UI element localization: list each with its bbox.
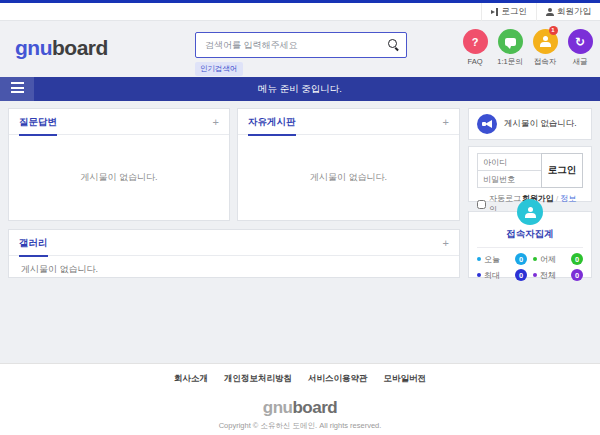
visitor-stats-grid: 오늘 0 어제 0 최대 0 전체 bbox=[469, 248, 591, 281]
free-board-panel: 자유게시판 + 게시물이 없습니다. bbox=[237, 108, 460, 221]
stat-total-value: 0 bbox=[571, 269, 583, 281]
new-posts-label: 새글 bbox=[565, 57, 595, 67]
search-icon bbox=[388, 39, 400, 51]
search-button[interactable] bbox=[387, 38, 401, 52]
site-header: gnuboard 인기검색어 ? FAQ 1:1문의 bbox=[0, 21, 600, 77]
stat-total: 전체 0 bbox=[533, 269, 583, 281]
copyright-text: Copyright © 소유하신 도메인. All rights reserve… bbox=[0, 421, 600, 431]
free-expand-plus-icon[interactable]: + bbox=[443, 109, 449, 135]
stat-yesterday-value: 0 bbox=[571, 253, 583, 265]
hamburger-menu-button[interactable] bbox=[0, 77, 34, 101]
signup-person-icon bbox=[546, 8, 554, 16]
gallery-empty-message: 게시물이 없습니다. bbox=[9, 256, 459, 283]
footer-link-terms[interactable]: 서비스이용약관 bbox=[308, 373, 368, 385]
qa-expand-plus-icon[interactable]: + bbox=[213, 109, 219, 135]
search-area bbox=[195, 32, 407, 58]
question-glyph: ? bbox=[472, 36, 479, 48]
hamburger-icon bbox=[11, 82, 24, 84]
bullet-dot bbox=[533, 257, 537, 261]
login-icon bbox=[491, 8, 499, 16]
stat-yesterday: 어제 0 bbox=[533, 253, 583, 265]
main-menu-bar: 메뉴 준비 중입니다. bbox=[0, 77, 600, 101]
megaphone-icon bbox=[477, 114, 497, 134]
visitors-person-icon: 1 bbox=[533, 29, 558, 54]
gallery-expand-plus-icon[interactable]: + bbox=[443, 230, 449, 256]
new-posts-refresh-icon: ↻ bbox=[568, 29, 593, 54]
faq-button[interactable]: ? FAQ bbox=[460, 29, 490, 67]
signup-label: 회원가입 bbox=[557, 6, 591, 18]
notice-empty-message: 게시물이 없습니다. bbox=[504, 118, 577, 130]
logo-board: board bbox=[52, 36, 108, 59]
qa-board-title[interactable]: 질문답변 bbox=[19, 109, 57, 135]
bullet-dot bbox=[477, 273, 481, 277]
menu-placeholder-message: 메뉴 준비 중입니다. bbox=[0, 77, 600, 101]
free-panel-header: 자유게시판 + bbox=[238, 109, 459, 135]
qa-board-panel: 질문답변 + 게시물이 없습니다. bbox=[8, 108, 230, 221]
gallery-panel-header: 갤러리 + bbox=[9, 230, 459, 256]
link-separator: / bbox=[556, 194, 558, 203]
bullet-dot bbox=[477, 257, 481, 261]
visitor-stats-widget: 접속자집계 오늘 0 어제 0 최대 bbox=[468, 211, 592, 278]
auto-login-checkbox[interactable] bbox=[477, 200, 486, 209]
visitors-count-badge: 1 bbox=[549, 26, 558, 35]
search-input[interactable] bbox=[195, 32, 407, 58]
signup-link[interactable]: 회원가입 bbox=[536, 3, 600, 21]
footer-logo: gnuboard bbox=[0, 398, 600, 418]
qa-panel-header: 질문답변 + bbox=[9, 109, 229, 135]
footer-link-mobile[interactable]: 모바일버전 bbox=[384, 373, 427, 385]
new-posts-button[interactable]: ↻ 새글 bbox=[565, 29, 595, 67]
free-empty-message: 게시물이 없습니다. bbox=[238, 135, 459, 220]
gallery-board-panel: 갤러리 + 게시물이 없습니다. bbox=[8, 229, 460, 278]
bullet-dot bbox=[533, 273, 537, 277]
login-label: 로그인 bbox=[502, 6, 528, 18]
site-footer: 회사소개 개인정보처리방침 서비스이용약관 모바일버전 gnuboard Cop… bbox=[0, 363, 600, 435]
footer-link-company[interactable]: 회사소개 bbox=[174, 373, 208, 385]
chat-bubble-icon bbox=[498, 29, 523, 54]
sidebar-login-widget: 로그인 자동로그인 회원가입/정보찾기 bbox=[468, 146, 592, 202]
stat-max-value: 0 bbox=[515, 269, 527, 281]
visitors-button[interactable]: 1 접속자 bbox=[530, 29, 560, 67]
stat-max: 최대 0 bbox=[477, 269, 527, 281]
footer-link-privacy[interactable]: 개인정보처리방침 bbox=[224, 373, 292, 385]
gallery-board-title[interactable]: 갤러리 bbox=[19, 230, 48, 256]
site-logo[interactable]: gnuboard bbox=[15, 36, 108, 60]
footer-links: 회사소개 개인정보처리방침 서비스이용약관 모바일버전 bbox=[0, 373, 600, 385]
popular-search-badge[interactable]: 인기검색어 bbox=[195, 62, 243, 76]
stat-today-value: 0 bbox=[515, 253, 527, 265]
free-board-title[interactable]: 자유게시판 bbox=[248, 109, 296, 135]
stat-today: 오늘 0 bbox=[477, 253, 527, 265]
login-link[interactable]: 로그인 bbox=[481, 3, 537, 21]
sidebar-notice-widget: 게시물이 없습니다. bbox=[468, 108, 592, 140]
login-id-input[interactable] bbox=[477, 153, 542, 171]
visitor-stats-icon bbox=[517, 199, 543, 225]
inquiry-label: 1:1문의 bbox=[495, 57, 525, 67]
top-utility-bar: 로그인 회원가입 bbox=[0, 3, 600, 21]
login-submit-button[interactable]: 로그인 bbox=[541, 153, 583, 188]
visitors-label: 접속자 bbox=[530, 57, 560, 67]
faq-label: FAQ bbox=[460, 57, 490, 66]
qa-empty-message: 게시물이 없습니다. bbox=[9, 135, 229, 220]
inquiry-button[interactable]: 1:1문의 bbox=[495, 29, 525, 67]
visitor-stats-title: 접속자집계 bbox=[469, 228, 591, 241]
faq-icon: ? bbox=[463, 29, 488, 54]
login-password-input[interactable] bbox=[477, 170, 542, 188]
quick-icon-group: ? FAQ 1:1문의 1 접속자 ↻ 새 bbox=[460, 29, 595, 67]
page: 로그인 회원가입 gnuboard 인기검색어 ? FAQ bbox=[0, 0, 600, 435]
logo-gnu: gnu bbox=[15, 36, 52, 59]
